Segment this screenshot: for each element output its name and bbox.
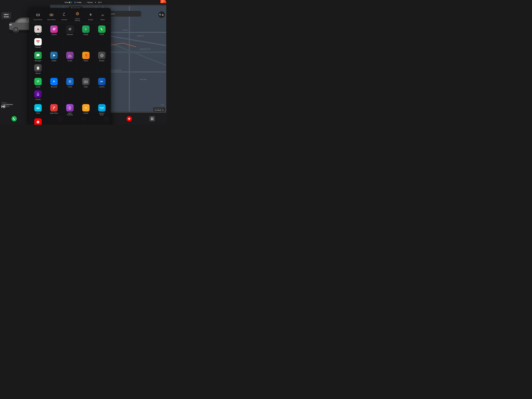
liveone-icon	[98, 78, 106, 85]
app-arcade[interactable]: Arcade	[62, 51, 78, 63]
app-bluetooth[interactable]: Bluetooth	[46, 76, 62, 89]
energy-icon	[82, 25, 90, 33]
app-messages[interactable]: Messages	[30, 51, 46, 63]
climate-icon	[87, 11, 94, 18]
podcasts-icon	[66, 104, 74, 112]
wipers-button[interactable]: Wipers	[99, 11, 106, 21]
svg-text:1: 1	[70, 80, 71, 82]
taskbar-youtube-music[interactable]	[127, 116, 132, 121]
spotify-label: Spotify	[36, 86, 40, 88]
app-calendar[interactable]: 12 Calendar	[30, 37, 46, 49]
hi-display: HI	[1, 104, 5, 109]
status-bar: 54% 👤 Profile ↓ 7:39 am ☀ 51°F AIRBAGOFF	[0, 0, 166, 5]
climate-label: Climate	[88, 19, 93, 21]
taskbar-apps-grid[interactable]	[150, 116, 155, 121]
messages-icon	[34, 52, 42, 59]
svg-text:🎁: 🎁	[84, 54, 88, 57]
app-grid-row2: Messages Theate	[29, 51, 111, 76]
front-defrost-icon	[35, 11, 41, 18]
svg-point-57	[71, 28, 71, 29]
arcade-icon	[66, 52, 74, 59]
heated-steering-icon	[74, 10, 81, 17]
app-toybox[interactable]: 🎁 Toybox	[78, 51, 94, 63]
app-youtube-music[interactable]: YouTube Music	[30, 117, 46, 125]
youtube-music-icon	[34, 118, 42, 125]
app-audible[interactable]: A Audible	[78, 103, 94, 117]
svg-rect-81	[36, 79, 40, 84]
current-time: 7:39 am	[87, 1, 93, 3]
person-icon: 👤	[74, 1, 76, 3]
nav-compass: N ▲	[158, 11, 165, 18]
svg-point-90	[85, 82, 85, 82]
download-icon: ↓	[84, 1, 85, 3]
messages-label: Messages	[35, 60, 41, 62]
taskbar-phone-icon	[12, 116, 17, 121]
manual-label: Manual	[36, 72, 40, 74]
audible-label: Audible	[83, 112, 88, 114]
front-defrost-button[interactable]: Front Defrost	[34, 11, 42, 21]
app-browser[interactable]: Browser	[94, 51, 110, 63]
app-manual[interactable]: i Manual	[30, 63, 46, 76]
svg-text:Priscell: Priscell	[123, 29, 127, 31]
svg-point-48	[102, 16, 103, 16]
tidal-icon	[34, 104, 42, 112]
app-caraoke[interactable]: Caraoke	[30, 89, 46, 101]
app-energy[interactable]: Energy	[78, 24, 94, 37]
radio-icon	[82, 78, 90, 85]
apple-music-label: Apple Music	[50, 112, 58, 114]
bluetooth-icon	[50, 78, 58, 85]
front-defrost-label: Front Defrost	[34, 19, 42, 21]
heated-steering-button[interactable]: Heated Steering	[73, 10, 82, 21]
battery-percentage: 54%	[65, 1, 68, 3]
svg-rect-97	[36, 105, 40, 110]
liveone-label: LiveOne	[99, 86, 105, 88]
app-tunein[interactable]: T 1 TuneIn	[62, 76, 78, 89]
app-tidal[interactable]: TIDAL	[30, 103, 46, 117]
tunein-icon: T 1	[66, 78, 74, 85]
radio-label: Radio	[84, 86, 88, 88]
camera-label: Camera	[51, 34, 57, 35]
left-seat-label: Left Seat	[61, 19, 67, 21]
taskbar-grid-icon	[150, 116, 155, 121]
app-apple-music[interactable]: Apple Music	[46, 103, 62, 117]
app-radio[interactable]: Radio	[78, 76, 94, 89]
amazon-music-label: Amazon Music	[97, 112, 106, 116]
theater-icon	[50, 52, 58, 59]
svg-point-2	[14, 28, 17, 31]
rear-defrost-button[interactable]: Rear Defrost	[47, 11, 56, 21]
svg-rect-62	[36, 40, 40, 41]
left-seat-button[interactable]: Left Seat	[61, 11, 68, 21]
svg-text:Nafer Way: Nafer Way	[140, 79, 147, 80]
nav-label: Nav	[37, 34, 39, 35]
wipers-label: Wipers	[100, 19, 105, 21]
toybox-icon: 🎁	[82, 52, 90, 59]
profile-label: Profile	[77, 1, 82, 3]
rear-defrost-icon	[48, 11, 55, 18]
audible-icon: A	[82, 104, 90, 112]
climate-button[interactable]: Climate	[87, 11, 94, 21]
app-phone[interactable]: Phone	[94, 24, 110, 37]
svg-text:A: A	[85, 107, 87, 109]
app-grid-row4: TIDAL Apple Mus	[29, 103, 111, 125]
app-nav[interactable]: Nav	[30, 24, 46, 37]
apple-music-icon	[50, 104, 58, 112]
svg-rect-121	[152, 119, 153, 120]
caraoke-icon	[34, 90, 42, 98]
app-theater[interactable]: Theater	[46, 51, 62, 63]
app-liveone[interactable]: LiveOne	[94, 76, 110, 89]
profile-area[interactable]: 👤 Profile	[74, 1, 82, 3]
taskbar-youtube-icon	[127, 116, 132, 121]
manual-label-area: Manual	[2, 102, 6, 104]
left-seat-icon	[61, 11, 68, 18]
svg-text:12: 12	[37, 41, 39, 43]
app-camera[interactable]: Camera	[46, 24, 62, 37]
app-amazon-music[interactable]: music Amazon Music	[94, 103, 110, 117]
app-dashcam[interactable]: Dashcam	[62, 24, 78, 37]
tidal-label: TIDAL	[36, 112, 40, 114]
svg-point-72	[70, 56, 71, 57]
taskbar-phone[interactable]	[12, 116, 17, 121]
app-spotify[interactable]: Spotify	[30, 76, 46, 89]
toybox-label: Toybox	[83, 60, 88, 62]
caraoke-label: Caraoke	[35, 99, 41, 100]
app-podcasts[interactable]: Apple Podcasts	[62, 103, 78, 117]
